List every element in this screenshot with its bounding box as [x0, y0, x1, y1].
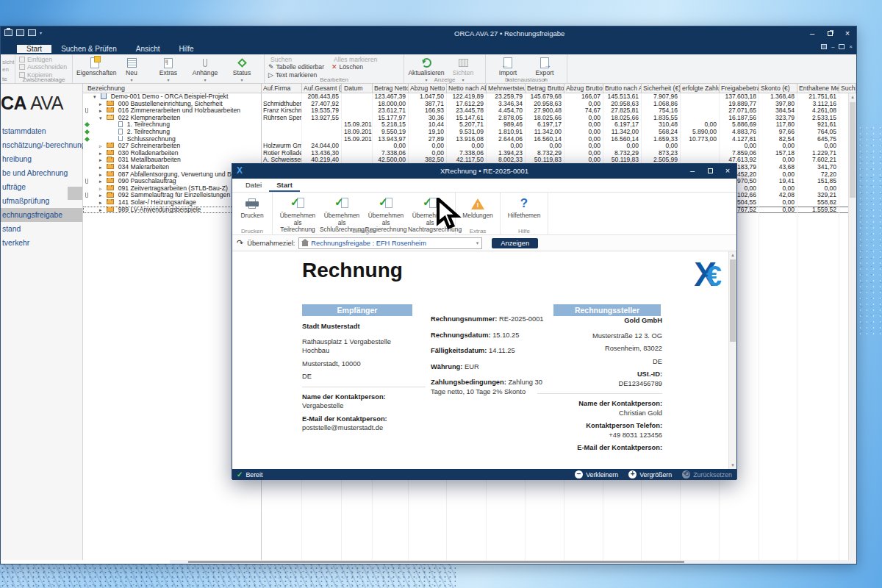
table-column-header[interactable]: Mehrwertsteuer: [487, 84, 526, 93]
tree-expander-icon[interactable]: ▾: [99, 115, 105, 122]
ribbon-tab[interactable]: Start: [17, 45, 51, 53]
tree-item[interactable]: ▸ 030 Rolladenarbeiten: [83, 150, 261, 157]
pin-icon[interactable]: [821, 44, 827, 49]
edit-button[interactable]: Alles markieren: [331, 56, 377, 63]
scroll-up-icon[interactable]: ▲: [729, 251, 736, 259]
preview-icon[interactable]: [16, 29, 24, 36]
tree-item[interactable]: ▸ 016 Zimmererarbeiten und Holzbauarbeit…: [83, 107, 261, 115]
sidebar-module-item[interactable]: nschätzung/-berechnung: [1, 138, 82, 152]
tree-item[interactable]: ▾ Demo-001 Demo - ORCA Beispiel-Projekt: [83, 93, 261, 101]
ribbon-tab[interactable]: Suchen & Prüfen: [51, 45, 126, 53]
table-column-header[interactable]: Skonto (€): [759, 84, 797, 93]
help-topics-button[interactable]: ? Hilfethemen: [503, 195, 545, 226]
table-column-header[interactable]: Auf.Firma: [262, 84, 302, 93]
table-row[interactable]: Schmidthuber Be27.407,9218.000,00387,711…: [262, 101, 856, 108]
tree-expander-icon[interactable]: ▸: [99, 150, 105, 157]
table-row[interactable]: 15.09.20175.218,1510,445.207,71989,466.1…: [262, 121, 856, 129]
table-row[interactable]: Holzwurm GmbH24.044,000,000,000,000,000,…: [262, 143, 856, 150]
table-row[interactable]: 208.443,85123.467,391.047,50122.419,8923…: [262, 93, 856, 101]
dialog-maximize-button[interactable]: [701, 164, 719, 179]
tree-expander-icon[interactable]: ▾: [93, 93, 99, 101]
tree-expander-icon[interactable]: ▸: [99, 171, 105, 179]
table-row[interactable]: 15.09.201713.943,9727,8913.916,082.644,0…: [262, 136, 856, 143]
table-vertical-scrollbar[interactable]: ▲: [848, 93, 856, 560]
scrollbar-thumb[interactable]: [188, 561, 684, 563]
tree-expander-icon[interactable]: ▸: [99, 164, 105, 171]
table-column-header[interactable]: Netto nach Abzü: [447, 84, 487, 93]
dialog-tab[interactable]: Datei: [238, 179, 269, 192]
table-column-header[interactable]: Abzug Netto (€): [409, 84, 447, 93]
table-column-header[interactable]: Abzug Brutto (€): [564, 84, 603, 93]
tree-item[interactable]: ▾ 022 Klempnerarbeiten: [83, 115, 261, 122]
tree-item[interactable]: Schlussrechnung: [83, 136, 261, 143]
tree-expander-icon[interactable]: ▸: [99, 192, 105, 199]
tree-item[interactable]: 2. Teilrechnung: [83, 129, 261, 136]
ribbon-tab[interactable]: Hilfe: [170, 45, 204, 53]
edit-button[interactable]: ✎Tabelle editierbar: [268, 64, 324, 71]
doc-restore-icon[interactable]: [839, 44, 845, 49]
ribbon-big-button[interactable]: Anhänge▾: [187, 56, 223, 84]
target-dropdown[interactable]: Rechnungsfreigabe : EFH Rosenheim ▾: [298, 237, 482, 249]
sidebar-module-item[interactable]: stand: [1, 222, 82, 236]
sidebar-module-item[interactable]: be und Abrechnung: [1, 166, 82, 180]
window-icon[interactable]: [28, 29, 36, 36]
tree-expander-icon[interactable]: ▹: [99, 143, 105, 150]
tree-item[interactable]: 1. Teilrechnung: [83, 121, 261, 129]
tree-item[interactable]: ▸ 000 Baustelleneinrichtung, Sicherheit: [83, 101, 261, 108]
anzeigen-button[interactable]: Anzeigen: [492, 238, 538, 248]
tree-expander-icon[interactable]: ▸: [99, 178, 105, 185]
table-column-header[interactable]: Sicherheit (€): [642, 84, 681, 93]
tree-item[interactable]: ▹ 027 Schreinerarbeiten: [83, 143, 261, 150]
doc-close-icon[interactable]: ×: [849, 43, 853, 50]
table-column-header[interactable]: Datum: [342, 84, 373, 93]
sidebar-module-item[interactable]: tverkehr: [1, 236, 82, 250]
ribbon-tab[interactable]: Ansicht: [126, 45, 170, 53]
ribbon-big-button[interactable]: Neu▾: [113, 56, 150, 84]
doc-minimize-icon[interactable]: –: [831, 43, 834, 50]
sidebar-module-item[interactable]: echnungsfreigabe: [1, 208, 82, 222]
uebernehmen-button[interactable]: ✓ Übernehmen als Schlußrechnung: [320, 195, 364, 226]
minimize-button[interactable]: –: [803, 26, 821, 41]
tree-expander-icon[interactable]: ▸: [99, 207, 105, 214]
ribbon-big-button[interactable]: Eigenschaften: [76, 56, 113, 84]
preview-scrollbar[interactable]: ▲ ▼: [728, 251, 736, 469]
table-row[interactable]: Franz Kirschner 219.535,7923.612,71166,9…: [262, 107, 856, 115]
table-row[interactable]: 18.09.20179.550,1919,109.531,091.810,911…: [262, 129, 856, 136]
clipboard-button[interactable]: Ausschneiden: [19, 64, 68, 71]
table-column-header[interactable]: Enthaltene Mehr: [797, 84, 839, 93]
scroll-up-icon[interactable]: ▲: [849, 93, 856, 101]
table-column-header[interactable]: Freigabebetrag: [720, 84, 759, 93]
zoom-reset-button[interactable]: ⟲Zurücksetzen: [682, 470, 732, 478]
sidebar-scroll-thumb[interactable]: [68, 187, 82, 200]
dialog-minimize-button[interactable]: –: [684, 164, 701, 179]
scrollbar-thumb[interactable]: [850, 102, 856, 198]
tree-expander-icon[interactable]: ▸: [99, 101, 105, 108]
tree-expander-icon[interactable]: ▸: [99, 107, 105, 115]
close-button[interactable]: ×: [839, 26, 856, 41]
table-horizontal-scrollbar[interactable]: [170, 560, 856, 564]
tree-expander-icon[interactable]: ▹: [99, 185, 105, 193]
table-column-header[interactable]: Suchsch: [839, 84, 856, 93]
table-row[interactable]: Rührsen Spengle13.927,5515.177,9730,3615…: [262, 115, 856, 122]
table-column-header[interactable]: Betrag Netto (€): [373, 84, 409, 93]
print-icon[interactable]: [4, 29, 12, 36]
table-row[interactable]: Rotier Rolladen13.436,307.338,060,007.33…: [262, 150, 856, 157]
restore-button[interactable]: [821, 26, 839, 41]
tree-expander-icon[interactable]: ▸: [99, 157, 105, 164]
table-column-header[interactable]: Brutto nach Abzi: [603, 84, 642, 93]
scrollbar-thumb[interactable]: [730, 259, 736, 342]
zoom-in-button[interactable]: +Vergrößern: [628, 470, 672, 478]
quick-access-dropdown-icon[interactable]: ▾: [40, 30, 42, 35]
print-button[interactable]: Drucken: [235, 195, 269, 226]
scroll-down-icon[interactable]: ▼: [729, 462, 736, 469]
edit-button[interactable]: ✕Löschen: [331, 64, 377, 71]
uebernehmen-button[interactable]: ✓ Übernehmen als Teilrechnung: [276, 195, 320, 226]
uebernehmen-button[interactable]: ✓ Übernehmen als Regierechnung: [364, 195, 408, 226]
sidebar-module-item[interactable]: hreibung: [1, 152, 82, 166]
table-column-header[interactable]: Betrag Brutto (€): [526, 84, 564, 93]
sidebar-module-item[interactable]: tstammdaten: [1, 124, 82, 138]
ribbon-big-button[interactable]: Status▾: [223, 56, 260, 84]
zoom-out-button[interactable]: −Verkleinern: [575, 470, 618, 478]
clipboard-button[interactable]: Einfügen: [19, 56, 68, 63]
ribbon-big-button[interactable]: Extras▾: [150, 56, 187, 84]
